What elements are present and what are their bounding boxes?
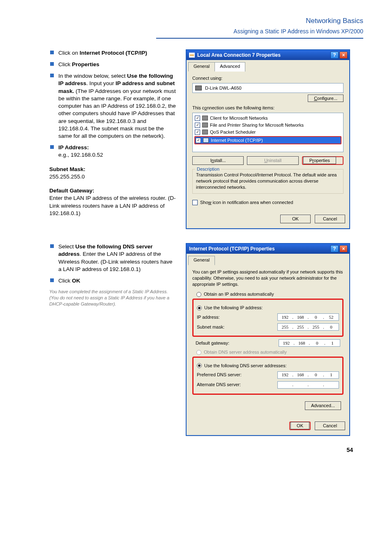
protocol-icon — [203, 138, 209, 143]
tcpip-properties-dialog: Internet Protocol (TCP/IP) Properties ? … — [186, 243, 350, 436]
window-icon — [189, 53, 195, 58]
adapter-icon — [195, 86, 202, 90]
ip-address-input[interactable]: 192. 168. 0. 52 — [277, 313, 339, 321]
description-legend: Description — [195, 166, 221, 172]
close-button[interactable]: × — [339, 245, 348, 253]
page-header-subtitle: Assigning a Static IP Address in Windows… — [49, 28, 363, 38]
radio-use-ip[interactable]: Use the following IP address: — [197, 305, 339, 311]
item-client[interactable]: Client for Microsoft Networks — [194, 115, 341, 122]
instruction-click-properties: Click Properties — [49, 61, 177, 68]
instruction-ip-address: IP Address: e.g., 192.168.0.52 — [49, 144, 177, 159]
checkbox[interactable] — [195, 130, 200, 135]
help-button[interactable]: ? — [330, 51, 339, 59]
item-qos[interactable]: QoS Packet Scheduler — [194, 129, 341, 136]
checkbox[interactable] — [195, 116, 200, 121]
ok-button[interactable]: OK — [291, 422, 309, 429]
service-icon — [202, 123, 208, 127]
service-icon — [202, 130, 208, 134]
tab-general[interactable]: General — [188, 256, 215, 265]
dialog-title: Local Area Connection 7 Properties — [197, 52, 281, 58]
dns-settings-group: Use the following DNS server addresses: … — [192, 357, 344, 395]
item-tcpip[interactable]: Internet Protocol (TCP/IP) — [194, 136, 341, 145]
items-label: This connection uses the following items… — [192, 105, 344, 111]
footnote: You have completed the assignment of a S… — [49, 289, 177, 307]
tcpip-intro: You can get IP settings assigned automat… — [192, 269, 344, 287]
adapter-name: D-Link DWL-A650 — [205, 85, 242, 91]
item-file-print-share[interactable]: File and Printer Sharing for Microsoft N… — [194, 122, 341, 129]
subnet-mask-input[interactable]: 255. 255. 255. 0 — [277, 323, 339, 331]
radio-obtain-ip[interactable]: Obtain an IP address automatically — [196, 291, 344, 297]
dialog-titlebar[interactable]: Local Area Connection 7 Properties ? × — [187, 50, 349, 60]
radio-icon[interactable] — [197, 306, 202, 310]
help-button[interactable]: ? — [330, 245, 339, 253]
page-header-title: Networking Basics — [49, 16, 363, 26]
description-group: Description Transmission Control Protoco… — [192, 169, 344, 194]
ip-address-label: IP address: — [197, 314, 219, 320]
dialog-title: Internet Protocol (TCP/IP) Properties — [189, 246, 275, 252]
adapter-field: D-Link DWL-A650 — [192, 83, 344, 93]
tab-general[interactable]: General — [188, 62, 215, 72]
service-icon — [202, 116, 208, 120]
dialog-titlebar[interactable]: Internet Protocol (TCP/IP) Properties ? … — [187, 244, 349, 254]
ip-settings-group: Use the following IP address: IP address… — [192, 299, 344, 337]
advanced-button[interactable]: Advanced... — [305, 401, 341, 410]
subnet-mask-label: Subnet mask: — [197, 324, 224, 330]
radio-icon — [196, 350, 201, 355]
instruction-click-ok: Click OK — [49, 277, 177, 285]
checkbox[interactable] — [192, 200, 198, 205]
install-button[interactable]: Install... — [192, 156, 244, 165]
instruction-use-dns: Select Use the following DNS server addr… — [49, 243, 177, 273]
cancel-button[interactable]: Cancel — [315, 215, 345, 223]
checkbox[interactable] — [195, 123, 200, 128]
cancel-button[interactable]: Cancel — [315, 422, 345, 430]
lan-properties-dialog: Local Area Connection 7 Properties ? × G… — [186, 49, 350, 229]
connect-using-label: Connect using: — [192, 75, 344, 81]
default-gateway-text: Default Gateway: Enter the LAN IP addres… — [49, 187, 177, 217]
radio-icon[interactable] — [197, 363, 202, 368]
preferred-dns-input[interactable]: 192. 168. 0. 1 — [277, 371, 339, 379]
tab-advanced[interactable]: Advanced — [214, 62, 245, 72]
subnet-mask-text: Subnet Mask: 255.255.255.0 — [49, 166, 177, 181]
show-icon-checkbox[interactable]: Show icon in notification area when conn… — [192, 199, 344, 206]
checkbox[interactable] — [196, 138, 201, 143]
preferred-dns-label: Preferred DNS server: — [197, 372, 242, 378]
alternate-dns-input[interactable]: . . . — [277, 381, 339, 389]
instruction-click-tcpip: Click on Internet Protocol (TCP/IP) — [49, 49, 177, 57]
default-gateway-label: Default gateway: — [196, 340, 229, 346]
configure-button[interactable]: Configure... — [308, 95, 344, 102]
header-rule — [156, 38, 363, 39]
page-number: 54 — [346, 446, 353, 454]
instruction-use-following-ip: In the window below, select Use the foll… — [49, 72, 177, 140]
close-button[interactable]: × — [339, 51, 348, 59]
properties-button[interactable]: Properties — [303, 157, 336, 164]
radio-icon[interactable] — [196, 292, 201, 297]
radio-obtain-dns: Obtain DNS server address automatically — [196, 349, 344, 355]
connection-items-list[interactable]: Client for Microsoft Networks File and P… — [192, 113, 344, 152]
uninstall-button: Uninstall — [247, 156, 298, 165]
description-text: Transmission Control Protocol/Internet P… — [196, 172, 340, 190]
alternate-dns-label: Alternate DNS server: — [197, 382, 241, 388]
ok-button[interactable]: OK — [280, 215, 311, 223]
default-gateway-input[interactable]: 192. 168. 0. 1 — [279, 339, 340, 347]
radio-use-dns[interactable]: Use the following DNS server addresses: — [197, 363, 339, 369]
